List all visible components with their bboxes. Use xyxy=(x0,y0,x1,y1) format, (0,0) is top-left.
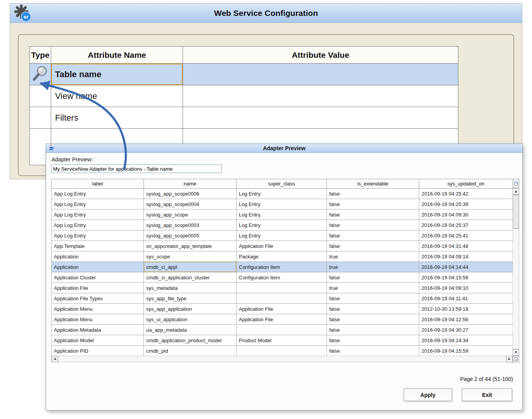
result-cell: Application Menu xyxy=(52,304,144,314)
result-cell: App Log Entry xyxy=(52,220,144,230)
result-cell: 2016-09-19 04:09:10 xyxy=(419,283,513,293)
main-window-titlebar: Web Service Configuration xyxy=(10,3,522,23)
scroll-left-button[interactable]: ◄ xyxy=(52,356,58,362)
result-row[interactable]: App Log Entrysyslog_app_scopeLog Entryfa… xyxy=(52,210,513,220)
dialog-titlebar: Adapter Preview xyxy=(46,144,522,153)
type-cell xyxy=(30,107,51,129)
result-cell: false xyxy=(327,189,419,199)
result-cell: cmdb_application_product_model xyxy=(144,335,237,346)
result-cell: sys_ui_application xyxy=(144,314,237,325)
result-cell: sys_app_application xyxy=(144,304,237,314)
result-row[interactable]: Application Clustercmdb_ci_application_c… xyxy=(52,272,513,283)
result-cell: false xyxy=(327,314,419,325)
type-cell xyxy=(30,85,51,107)
result-cell: 2016-09-19 04:25:39 xyxy=(419,199,513,210)
result-cell: 2016-09-19 04:14:44 xyxy=(419,262,513,272)
result-cell: sys_app_file_type xyxy=(144,293,237,304)
result-row[interactable]: Application File Typessys_app_file_typef… xyxy=(52,293,513,304)
attribute-row[interactable]: Filters xyxy=(30,107,458,129)
result-cell: false xyxy=(327,293,419,304)
result-cell: Application xyxy=(52,251,144,262)
horizontal-scrollbar[interactable]: ◄ ► xyxy=(51,356,513,362)
result-cell: App Log Entry xyxy=(52,210,144,220)
results-header-row: label name super_class is_extendable sys… xyxy=(52,179,513,189)
result-cell: false xyxy=(327,199,419,210)
result-row[interactable]: Applicationsys_scopePackagetrue2016-09-1… xyxy=(52,251,513,262)
column-header-super-class[interactable]: super_class xyxy=(237,179,327,189)
result-cell xyxy=(237,325,327,335)
column-header-is-extendable[interactable]: is_extendable xyxy=(327,179,419,189)
result-cell: 2016-09-19 04:09:30 xyxy=(419,210,513,220)
result-cell: Application Metadata xyxy=(52,325,144,335)
result-cell: 2016-09-19 04:12:56 xyxy=(419,314,513,325)
result-row[interactable]: Application PIDcmdb_pidfalse2016-09-19 0… xyxy=(52,346,513,356)
result-row[interactable]: Applicationcmdb_ci_applConfiguration Ite… xyxy=(52,262,513,272)
attribute-name-cell: Filters xyxy=(51,107,183,129)
result-cell: Log Entry xyxy=(237,199,327,210)
result-cell: false xyxy=(327,325,419,335)
scroll-right-button[interactable]: ► xyxy=(506,356,513,362)
magnifier-icon[interactable] xyxy=(30,64,51,85)
result-cell: Application File Types xyxy=(52,293,144,304)
apply-button[interactable]: Apply xyxy=(404,388,452,401)
column-header-sys-updated-on[interactable]: sys_updated_on xyxy=(419,179,513,189)
result-cell: cmdb_ci_application_cluster xyxy=(144,272,237,283)
result-cell: sys_metadata xyxy=(144,283,237,293)
result-row[interactable]: Application Metadataua_app_metadatafalse… xyxy=(52,325,513,335)
result-cell: sn_appcreator_app_template xyxy=(144,241,237,251)
attribute-name-cell: Table name xyxy=(51,64,183,85)
result-cell: false xyxy=(327,335,419,346)
attribute-value-cell xyxy=(183,64,458,85)
vertical-scroll-thumb[interactable] xyxy=(513,195,519,229)
result-cell: 2016-09-19 04:15:56 xyxy=(419,272,513,283)
adapter-preview-input[interactable] xyxy=(51,164,222,173)
attribute-value-cell xyxy=(183,85,458,107)
result-cell: cmdb_ci_appl xyxy=(144,262,237,272)
result-cell: Application File xyxy=(52,283,144,293)
result-cell: 2016-09-19 04:11:41 xyxy=(419,293,513,304)
attribute-row[interactable]: Table name xyxy=(30,64,458,85)
result-cell xyxy=(237,283,327,293)
result-row[interactable]: App Log Entrysyslog_app_scope0003Log Ent… xyxy=(52,220,513,230)
attribute-row[interactable]: View name xyxy=(30,85,458,107)
result-cell: false xyxy=(327,272,419,283)
result-cell: Application File xyxy=(237,241,327,251)
result-row[interactable]: Application Menusys_ui_applicationApplic… xyxy=(52,314,513,325)
result-cell: App Template xyxy=(52,241,144,251)
column-header-label[interactable]: label xyxy=(52,179,144,189)
vertical-scrollbar[interactable]: ▲ ▼ xyxy=(513,179,519,356)
exit-button[interactable]: Exit xyxy=(462,388,512,401)
attribute-name-cell: View name xyxy=(51,85,183,107)
result-cell: 2016-09-19 04:25:37 xyxy=(419,220,513,230)
results-table: label name super_class is_extendable sys… xyxy=(51,179,513,356)
result-row[interactable]: App Log Entrysyslog_app_scope0004Log Ent… xyxy=(52,199,513,210)
column-control-button[interactable] xyxy=(513,179,519,188)
table-corner-button[interactable] xyxy=(513,356,519,362)
result-row[interactable]: App Log Entrysyslog_app_scope0006Log Ent… xyxy=(52,189,513,199)
result-cell: 2016-09-19 04:30:27 xyxy=(419,325,513,335)
result-cell: syslog_app_scope0003 xyxy=(144,220,237,230)
result-cell: ua_app_metadata xyxy=(144,325,237,335)
result-row[interactable]: App Templatesn_appcreator_app_templateAp… xyxy=(52,241,513,251)
result-cell: Configuration Item xyxy=(237,262,327,272)
result-row[interactable]: Application Menusys_app_applicationAppli… xyxy=(52,304,513,314)
result-cell: Application Menu xyxy=(52,314,144,325)
result-row[interactable]: App Log Entrysyslog_app_scope0005Log Ent… xyxy=(52,230,513,241)
result-cell xyxy=(237,293,327,304)
result-row[interactable]: Application Modelcmdb_application_produc… xyxy=(52,335,513,346)
app-logo-text: er xyxy=(24,14,28,20)
column-header-attribute-name: Attribute Name xyxy=(51,47,183,64)
result-cell: true xyxy=(327,251,419,262)
result-cell: syslog_app_scope xyxy=(144,210,237,220)
scroll-down-button[interactable]: ▼ xyxy=(513,349,519,356)
result-cell: true xyxy=(327,262,419,272)
result-cell: 2016-09-19 04:15:59 xyxy=(419,346,513,356)
results-table-wrap: label name super_class is_extendable sys… xyxy=(51,179,513,356)
result-cell: false xyxy=(327,230,419,241)
column-header-name[interactable]: name xyxy=(144,179,237,189)
result-row[interactable]: Application Filesys_metadatatrue2016-09-… xyxy=(52,283,513,293)
result-cell: syslog_app_scope0005 xyxy=(144,230,237,241)
attribute-table-header-row: Type Attribute Name Attribute Value xyxy=(30,47,458,64)
result-cell xyxy=(237,346,327,356)
scroll-up-button[interactable]: ▲ xyxy=(513,188,519,195)
